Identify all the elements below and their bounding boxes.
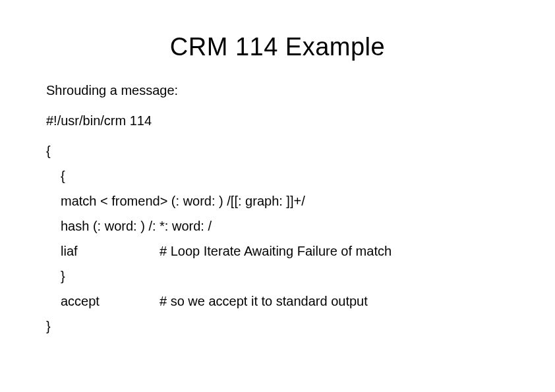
brace-close-outer: } [46,316,509,337]
code-liaf-kw: liaf [61,240,160,262]
code-hash: hash (: word: ) /: *: word: / [46,215,509,237]
slide-title: CRM 114 Example [46,33,509,61]
code-accept-line: accept # so we accept it to standard out… [46,291,509,312]
slide: CRM 114 Example Shrouding a message: #!/… [0,0,555,392]
text-intro: Shrouding a message: [46,80,509,101]
code-liaf-line: liaf # Loop Iterate Awaiting Failure of … [46,240,509,262]
brace-open-inner: { [46,165,509,186]
brace-close-inner: } [46,266,509,287]
code-liaf-comment: # Loop Iterate Awaiting Failure of match [160,240,392,262]
code-accept-kw: accept [61,291,160,312]
slide-body: Shrouding a message: #!/usr/bin/crm 114 … [46,80,509,337]
code-shebang: #!/usr/bin/crm 114 [46,110,509,131]
brace-open-outer: { [46,140,509,161]
code-match: match < fromend> (: word: ) /[[: graph: … [46,190,509,211]
code-accept-comment: # so we accept it to standard output [160,291,368,312]
